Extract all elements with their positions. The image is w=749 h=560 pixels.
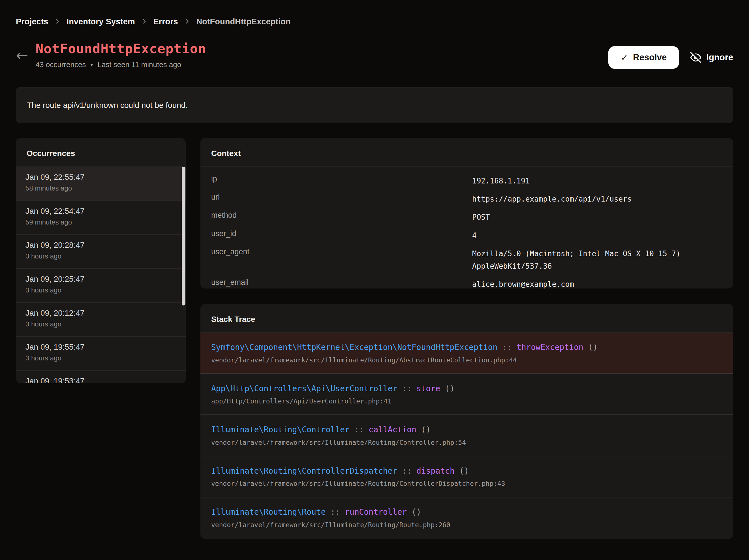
main-content: Occurrences Jan 09, 22:55:4758 minutes a…	[16, 138, 733, 539]
stack-frame-method: callAction	[368, 425, 416, 434]
stack-frame[interactable]: Illuminate\Routing\Controller :: callAct…	[200, 414, 733, 456]
stack-frame-signature: Illuminate\Routing\ControllerDispatcher …	[211, 466, 722, 476]
stack-frame-method: runController	[345, 507, 407, 517]
stack-frame-separator: ::	[397, 384, 416, 393]
stack-frame-separator: ::	[397, 466, 416, 476]
stack-frame-parens: ()	[583, 343, 598, 352]
ignore-button[interactable]: Ignore	[690, 52, 733, 63]
occurrence-ago: 3 hours ago	[25, 320, 176, 328]
last-seen: Last seen 11 minutes ago	[98, 60, 181, 69]
occurrence-time: Jan 09, 20:25:47	[25, 275, 176, 284]
stack-frame-file: app/Http/Controllers/Api/UserController.…	[211, 397, 722, 405]
stack-frame-separator: ::	[349, 425, 368, 434]
context-value: 4	[472, 229, 722, 242]
resolve-label: Resolve	[633, 52, 667, 63]
occurrence-time: Jan 09, 22:54:47	[25, 207, 176, 216]
check-icon: ✓	[621, 53, 628, 63]
occurrence-time: Jan 09, 20:12:47	[25, 308, 176, 318]
stack-frame-file: vendor/laravel/framework/src/Illuminate/…	[211, 480, 722, 487]
header-actions: ✓ Resolve Ignore	[608, 46, 733, 69]
occurrence-item[interactable]: Jan 09, 22:55:4758 minutes ago	[16, 167, 186, 201]
stack-frame-method: store	[416, 384, 440, 393]
eye-off-icon	[690, 52, 701, 63]
breadcrumb-item[interactable]: Projects	[16, 17, 48, 26]
occurrence-time: Jan 09, 19:55:47	[25, 343, 176, 352]
stack-frame-signature: Symfony\Component\HttpKernel\Exception\N…	[211, 343, 722, 352]
stack-trace-panel: Stack Trace Symfony\Component\HttpKernel…	[200, 304, 733, 539]
context-title: Context	[200, 138, 733, 167]
stack-frame-class: App\Http\Controllers\Api\UserController	[211, 384, 397, 393]
occurrence-item[interactable]: Jan 09, 20:12:473 hours ago	[16, 303, 186, 337]
stack-frame-signature: Illuminate\Routing\Controller :: callAct…	[211, 425, 722, 435]
occurrence-item[interactable]: Jan 09, 20:28:473 hours ago	[16, 235, 186, 269]
stack-frame[interactable]: Symfony\Component\HttpKernel\Exception\N…	[200, 333, 733, 373]
occurrence-ago: 3 hours ago	[25, 286, 176, 294]
resolve-button[interactable]: ✓ Resolve	[608, 46, 679, 69]
breadcrumb-item[interactable]: NotFoundHttpException	[196, 17, 291, 26]
stack-frame[interactable]: App\Http\Controllers\Api\UserController …	[200, 373, 733, 415]
context-panel: Context ip192.168.1.191urlhttps://app.ex…	[200, 138, 733, 288]
context-row: urlhttps://app.example.com/api/v1/users	[211, 190, 722, 208]
stack-frame[interactable]: Illuminate\Routing\ControllerDispatcher …	[200, 456, 733, 497]
context-row: methodPOST	[211, 208, 722, 226]
occurrence-ago: 58 minutes ago	[25, 184, 176, 192]
occurrence-item[interactable]: Jan 09, 20:25:473 hours ago	[16, 269, 186, 303]
back-button[interactable]: ←	[16, 48, 28, 63]
context-value: Mozilla/5.0 (Macintosh; Intel Mac OS X 1…	[472, 247, 722, 272]
stack-trace-title: Stack Trace	[200, 304, 733, 333]
error-message: The route api/v1/unknown could not be fo…	[27, 101, 188, 110]
occurrence-item[interactable]: Jan 09, 22:54:4759 minutes ago	[16, 201, 186, 235]
context-row: user_id4	[211, 227, 722, 244]
stack-frame[interactable]: Illuminate\Routing\Route :: runControlle…	[200, 497, 733, 538]
breadcrumb-separator-icon: ›	[186, 15, 189, 26]
stack-frame-parens: ()	[407, 507, 421, 517]
occurrences-title: Occurrences	[16, 138, 186, 167]
stack-frame-file: vendor/laravel/framework/src/Illuminate/…	[211, 521, 722, 529]
context-rows: ip192.168.1.191urlhttps://app.example.co…	[200, 167, 733, 288]
occurrence-item[interactable]: Jan 09, 19:55:473 hours ago	[16, 337, 186, 371]
context-key: ip	[211, 175, 472, 184]
context-key: method	[211, 211, 472, 220]
stack-frame-separator: ::	[326, 507, 345, 517]
context-key: url	[211, 193, 472, 201]
stack-frame-signature: Illuminate\Routing\Route :: runControlle…	[211, 507, 722, 517]
ignore-label: Ignore	[706, 52, 733, 63]
occurrence-ago: 59 minutes ago	[25, 218, 176, 226]
breadcrumb-separator-icon: ›	[56, 15, 59, 26]
error-detail-page: Projects›Inventory System›Errors›NotFoun…	[0, 0, 749, 539]
breadcrumb-item[interactable]: Inventory System	[66, 17, 135, 26]
stack-frame-parens: ()	[455, 466, 469, 476]
stack-frame-method: throwException	[517, 343, 583, 352]
context-value: https://app.example.com/api/v1/users	[472, 193, 722, 205]
breadcrumb: Projects›Inventory System›Errors›NotFoun…	[16, 0, 733, 27]
context-key: user_id	[211, 229, 472, 238]
occurrence-list: Jan 09, 22:55:4758 minutes agoJan 09, 22…	[16, 167, 186, 383]
occurrence-time: Jan 09, 20:28:47	[25, 241, 176, 250]
occurrences-panel: Occurrences Jan 09, 22:55:4758 minutes a…	[16, 138, 186, 383]
breadcrumb-item[interactable]: Errors	[153, 17, 178, 26]
stack-frame-class: Illuminate\Routing\Controller	[211, 425, 349, 434]
stack-frame-parens: ()	[416, 425, 431, 434]
context-row: ip192.168.1.191	[211, 172, 722, 190]
stack-frames: Symfony\Component\HttpKernel\Exception\N…	[200, 333, 733, 538]
right-column: Context ip192.168.1.191urlhttps://app.ex…	[200, 138, 733, 539]
stack-frame-file: vendor/laravel/framework/src/Illuminate/…	[211, 439, 722, 446]
context-value: POST	[472, 211, 722, 223]
stack-frame-separator: ::	[497, 343, 516, 352]
stack-frame-class: Illuminate\Routing\ControllerDispatcher	[211, 466, 397, 476]
stack-frame-signature: App\Http\Controllers\Api\UserController …	[211, 384, 722, 393]
error-meta: 43 occurrences • Last seen 11 minutes ag…	[36, 60, 206, 69]
error-message-box: The route api/v1/unknown could not be fo…	[16, 87, 733, 123]
scrollbar-thumb[interactable]	[182, 167, 186, 305]
context-row: user_emailalice.brown@example.com	[211, 275, 722, 288]
context-value: alice.brown@example.com	[472, 278, 722, 288]
stack-frame-parens: ()	[440, 384, 455, 393]
occurrence-ago: 3 hours ago	[25, 354, 176, 362]
occurrence-time: Jan 09, 19:53:47	[25, 376, 176, 383]
stack-frame-class: Symfony\Component\HttpKernel\Exception\N…	[211, 343, 497, 352]
stack-frame-file: vendor/laravel/framework/src/Illuminate/…	[211, 357, 722, 364]
occurrence-ago: 3 hours ago	[25, 252, 176, 260]
breadcrumb-separator-icon: ›	[142, 15, 146, 26]
context-value: 192.168.1.191	[472, 175, 722, 187]
occurrence-item[interactable]: Jan 09, 19:53:47	[16, 371, 186, 383]
